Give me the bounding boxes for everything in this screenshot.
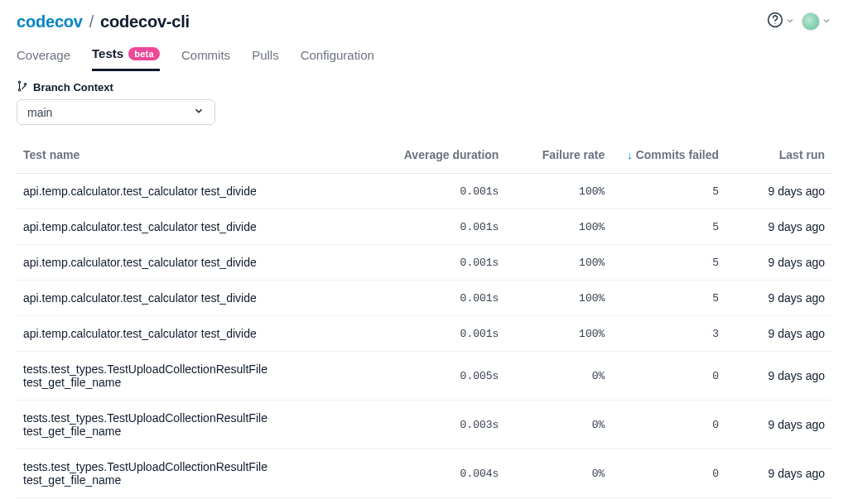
- cell-commits: 3: [611, 316, 725, 352]
- cell-commits: 5: [611, 281, 725, 316]
- branch-context-label-row: Branch Context: [17, 80, 831, 94]
- cell-duration: 0.001s: [392, 209, 506, 245]
- breadcrumb-org-link[interactable]: codecov: [17, 12, 83, 31]
- cell-commits: 0: [611, 401, 725, 449]
- cell-last-run: 9 days ago: [725, 352, 831, 401]
- cell-failure: 100%: [505, 209, 611, 245]
- svg-point-1: [774, 23, 775, 24]
- branch-select-value: main: [27, 106, 52, 119]
- cell-last-run: 9 days ago: [725, 174, 831, 209]
- cell-duration: 0.005s: [392, 352, 506, 401]
- branch-context-label: Branch Context: [33, 81, 113, 94]
- cell-failure: 100%: [505, 316, 611, 352]
- tab-tests[interactable]: Tests beta: [92, 46, 160, 71]
- cell-commits: 0: [611, 449, 725, 498]
- cell-duration: 0.001s: [392, 174, 506, 209]
- cell-failure: 100%: [505, 281, 611, 316]
- table-row: tests.test_types.TestUploadCollectionRes…: [17, 352, 831, 401]
- tab-commits[interactable]: Commits: [181, 48, 230, 70]
- cell-last-run: 9 days ago: [725, 281, 831, 316]
- breadcrumb: codecov / codecov-cli: [17, 12, 190, 31]
- cell-test-name[interactable]: api.temp.calculator.test_calculator test…: [17, 281, 392, 316]
- col-header-commits-label: Commits failed: [636, 148, 719, 161]
- table-row: api.temp.calculator.test_calculator test…: [17, 174, 831, 209]
- cell-test-name[interactable]: api.temp.calculator.test_calculator test…: [17, 174, 392, 209]
- help-menu[interactable]: [767, 12, 795, 31]
- tab-label: Commits: [181, 48, 230, 62]
- cell-test-name[interactable]: api.temp.calculator.test_calculator test…: [17, 316, 392, 352]
- help-circle-icon: [767, 12, 783, 31]
- header-actions: [767, 12, 831, 31]
- table-row: api.temp.calculator.test_calculator test…: [17, 245, 831, 281]
- cell-duration: 0.004s: [392, 449, 506, 498]
- tab-configuration[interactable]: Configuration: [301, 48, 374, 70]
- arrow-down-icon: ↓: [627, 149, 633, 161]
- cell-duration: 0.001s: [392, 316, 506, 352]
- tab-label: Coverage: [17, 48, 70, 62]
- cell-failure: 0%: [505, 352, 611, 401]
- test-name-line1: api.temp.calculator.test_calculator test…: [23, 256, 385, 269]
- chevron-down-icon: [822, 14, 831, 29]
- tests-table-wrap: Test name Average duration Failure rate …: [0, 130, 848, 498]
- test-name-line2: test_get_file_name: [23, 425, 385, 438]
- cell-duration: 0.001s: [392, 245, 506, 281]
- test-name-line1: tests.test_types.TestUploadCollectionRes…: [23, 411, 385, 425]
- test-name-line1: tests.test_types.TestUploadCollectionRes…: [23, 460, 385, 473]
- user-menu[interactable]: [802, 12, 831, 31]
- header: codecov / codecov-cli: [0, 0, 848, 35]
- test-name-line1: api.temp.calculator.test_calculator test…: [23, 185, 385, 198]
- tab-pulls[interactable]: Pulls: [252, 48, 279, 70]
- tabs: Coverage Tests beta Commits Pulls Config…: [0, 35, 848, 72]
- cell-test-name[interactable]: tests.test_types.TestUploadCollectionRes…: [17, 449, 392, 498]
- cell-duration: 0.003s: [392, 401, 506, 449]
- beta-badge: beta: [128, 47, 160, 60]
- cell-test-name[interactable]: tests.test_types.TestUploadCollectionRes…: [17, 352, 392, 401]
- col-header-last[interactable]: Last run: [725, 137, 831, 174]
- tab-coverage[interactable]: Coverage: [17, 48, 70, 70]
- test-name-line1: api.temp.calculator.test_calculator test…: [23, 220, 385, 233]
- table-row: api.temp.calculator.test_calculator test…: [17, 281, 831, 316]
- branch-context: Branch Context main: [0, 72, 848, 130]
- cell-commits: 5: [611, 209, 725, 245]
- cell-commits: 5: [611, 245, 725, 281]
- avatar: [802, 12, 820, 31]
- branch-select[interactable]: main: [17, 99, 215, 125]
- test-name-line1: api.temp.calculator.test_calculator test…: [23, 291, 385, 305]
- cell-last-run: 9 days ago: [725, 401, 831, 449]
- test-name-line1: api.temp.calculator.test_calculator test…: [23, 327, 385, 340]
- table-row: tests.test_types.TestUploadCollectionRes…: [17, 449, 831, 498]
- cell-failure: 0%: [505, 401, 611, 449]
- git-branch-icon: [17, 80, 28, 94]
- tests-table: Test name Average duration Failure rate …: [17, 137, 831, 498]
- cell-last-run: 9 days ago: [725, 316, 831, 352]
- cell-last-run: 9 days ago: [725, 449, 831, 498]
- col-header-name[interactable]: Test name: [17, 137, 392, 174]
- breadcrumb-separator: /: [89, 12, 94, 31]
- table-row: tests.test_types.TestUploadCollectionRes…: [17, 401, 831, 449]
- tab-label: Tests: [92, 46, 123, 60]
- breadcrumb-repo: codecov-cli: [100, 12, 190, 31]
- col-header-failure[interactable]: Failure rate: [505, 137, 611, 174]
- cell-commits: 0: [611, 352, 725, 401]
- cell-last-run: 9 days ago: [725, 209, 831, 245]
- test-name-line1: tests.test_types.TestUploadCollectionRes…: [23, 362, 385, 376]
- test-name-line2: test_get_file_name: [23, 473, 385, 487]
- cell-test-name[interactable]: tests.test_types.TestUploadCollectionRes…: [17, 401, 392, 449]
- cell-failure: 0%: [505, 449, 611, 498]
- chevron-down-icon: [785, 14, 795, 29]
- col-header-duration[interactable]: Average duration: [392, 137, 506, 174]
- cell-test-name[interactable]: api.temp.calculator.test_calculator test…: [17, 209, 392, 245]
- cell-commits: 5: [611, 174, 725, 209]
- tab-label: Configuration: [301, 48, 374, 62]
- cell-failure: 100%: [505, 245, 611, 281]
- table-row: api.temp.calculator.test_calculator test…: [17, 209, 831, 245]
- table-row: api.temp.calculator.test_calculator test…: [17, 316, 831, 352]
- tab-label: Pulls: [252, 48, 279, 62]
- chevron-down-icon: [193, 105, 205, 119]
- test-name-line2: test_get_file_name: [23, 376, 385, 389]
- col-header-commits[interactable]: ↓Commits failed: [611, 137, 725, 174]
- cell-failure: 100%: [505, 174, 611, 209]
- cell-duration: 0.001s: [392, 281, 506, 316]
- cell-test-name[interactable]: api.temp.calculator.test_calculator test…: [17, 245, 392, 281]
- cell-last-run: 9 days ago: [725, 245, 831, 281]
